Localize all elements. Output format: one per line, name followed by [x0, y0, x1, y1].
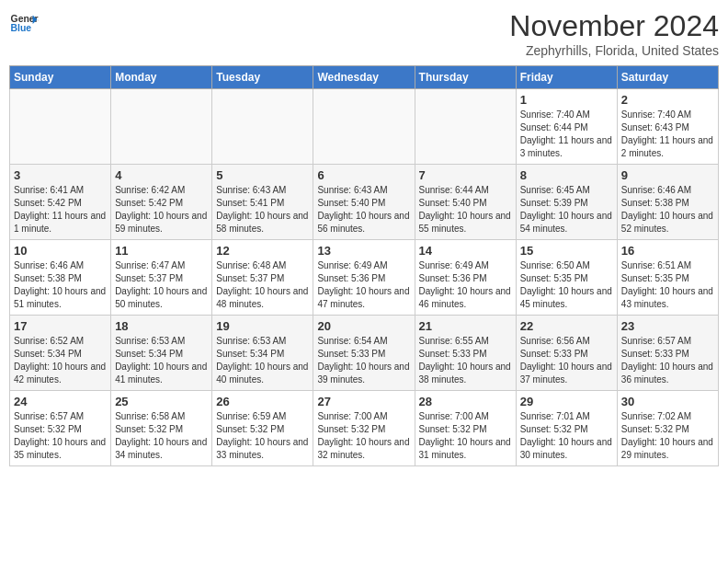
calendar-cell	[212, 89, 313, 165]
calendar-cell: 15Sunrise: 6:50 AM Sunset: 5:35 PM Dayli…	[516, 240, 617, 316]
page-header: General Blue November 2024 Zephyrhills, …	[9, 9, 719, 58]
day-info: Sunrise: 6:43 AM Sunset: 5:40 PM Dayligh…	[317, 184, 410, 236]
day-info: Sunrise: 6:49 AM Sunset: 5:36 PM Dayligh…	[419, 259, 512, 311]
day-info: Sunrise: 6:55 AM Sunset: 5:33 PM Dayligh…	[419, 335, 512, 386]
day-info: Sunrise: 6:54 AM Sunset: 5:33 PM Dayligh…	[317, 335, 410, 386]
day-number: 26	[216, 395, 309, 408]
day-number: 8	[520, 168, 613, 182]
calendar-cell: 14Sunrise: 6:49 AM Sunset: 5:36 PM Dayli…	[415, 240, 516, 316]
day-info: Sunrise: 7:02 AM Sunset: 5:32 PM Dayligh…	[621, 410, 714, 462]
calendar-cell: 19Sunrise: 6:53 AM Sunset: 5:34 PM Dayli…	[212, 316, 313, 391]
day-info: Sunrise: 6:56 AM Sunset: 5:33 PM Dayligh…	[520, 335, 613, 386]
calendar-cell: 7Sunrise: 6:44 AM Sunset: 5:40 PM Daylig…	[415, 165, 516, 240]
day-info: Sunrise: 6:53 AM Sunset: 5:34 PM Dayligh…	[216, 335, 309, 386]
day-number: 13	[317, 244, 410, 258]
day-of-week-header: Saturday	[617, 66, 718, 89]
calendar-cell: 26Sunrise: 6:59 AM Sunset: 5:32 PM Dayli…	[212, 391, 313, 466]
calendar-cell: 13Sunrise: 6:49 AM Sunset: 5:36 PM Dayli…	[313, 240, 415, 316]
calendar-cell: 29Sunrise: 7:01 AM Sunset: 5:32 PM Dayli…	[516, 391, 617, 466]
calendar-cell: 21Sunrise: 6:55 AM Sunset: 5:33 PM Dayli…	[415, 316, 516, 391]
day-number: 4	[115, 168, 208, 182]
day-info: Sunrise: 6:46 AM Sunset: 5:38 PM Dayligh…	[14, 259, 107, 311]
calendar-cell: 27Sunrise: 7:00 AM Sunset: 5:32 PM Dayli…	[313, 391, 415, 466]
day-number: 2	[621, 93, 714, 107]
calendar-week-row: 1Sunrise: 7:40 AM Sunset: 6:44 PM Daylig…	[10, 89, 719, 165]
calendar-week-row: 10Sunrise: 6:46 AM Sunset: 5:38 PM Dayli…	[10, 240, 719, 316]
day-number: 30	[621, 395, 714, 408]
calendar-cell: 22Sunrise: 6:56 AM Sunset: 5:33 PM Dayli…	[516, 316, 617, 391]
day-number: 29	[520, 395, 613, 408]
day-info: Sunrise: 6:59 AM Sunset: 5:32 PM Dayligh…	[216, 410, 309, 462]
calendar-cell: 1Sunrise: 7:40 AM Sunset: 6:44 PM Daylig…	[516, 89, 617, 165]
calendar-cell	[313, 89, 415, 165]
day-of-week-header: Wednesday	[313, 66, 415, 89]
day-info: Sunrise: 6:52 AM Sunset: 5:34 PM Dayligh…	[14, 335, 107, 386]
day-number: 28	[419, 395, 512, 408]
calendar-cell	[111, 89, 212, 165]
calendar-week-row: 3Sunrise: 6:41 AM Sunset: 5:42 PM Daylig…	[10, 165, 719, 240]
day-info: Sunrise: 6:44 AM Sunset: 5:40 PM Dayligh…	[419, 184, 512, 236]
day-number: 24	[14, 395, 107, 408]
day-info: Sunrise: 6:49 AM Sunset: 5:36 PM Dayligh…	[317, 259, 410, 311]
day-info: Sunrise: 7:01 AM Sunset: 5:32 PM Dayligh…	[520, 410, 613, 462]
day-info: Sunrise: 6:57 AM Sunset: 5:33 PM Dayligh…	[621, 335, 714, 386]
day-info: Sunrise: 7:40 AM Sunset: 6:43 PM Dayligh…	[621, 109, 714, 160]
day-number: 15	[520, 244, 613, 258]
day-of-week-header: Monday	[111, 66, 212, 89]
svg-text:Blue: Blue	[11, 23, 32, 33]
day-number: 14	[419, 244, 512, 258]
calendar-cell: 2Sunrise: 7:40 AM Sunset: 6:43 PM Daylig…	[617, 89, 718, 165]
day-number: 7	[419, 168, 512, 182]
day-info: Sunrise: 6:42 AM Sunset: 5:42 PM Dayligh…	[115, 184, 208, 236]
calendar-week-row: 24Sunrise: 6:57 AM Sunset: 5:32 PM Dayli…	[10, 391, 719, 466]
location: Zephyrhills, Florida, United States	[509, 43, 719, 58]
calendar-cell: 18Sunrise: 6:53 AM Sunset: 5:34 PM Dayli…	[111, 316, 212, 391]
calendar-cell: 25Sunrise: 6:58 AM Sunset: 5:32 PM Dayli…	[111, 391, 212, 466]
day-number: 21	[419, 319, 512, 333]
day-info: Sunrise: 6:48 AM Sunset: 5:37 PM Dayligh…	[216, 259, 309, 311]
day-number: 12	[216, 244, 309, 258]
calendar-cell: 20Sunrise: 6:54 AM Sunset: 5:33 PM Dayli…	[313, 316, 415, 391]
calendar-cell: 4Sunrise: 6:42 AM Sunset: 5:42 PM Daylig…	[111, 165, 212, 240]
calendar-cell: 23Sunrise: 6:57 AM Sunset: 5:33 PM Dayli…	[617, 316, 718, 391]
logo: General Blue	[9, 9, 39, 39]
calendar-cell	[415, 89, 516, 165]
day-info: Sunrise: 6:46 AM Sunset: 5:38 PM Dayligh…	[621, 184, 714, 236]
calendar-cell	[10, 89, 111, 165]
calendar-cell: 10Sunrise: 6:46 AM Sunset: 5:38 PM Dayli…	[10, 240, 111, 316]
calendar-cell: 9Sunrise: 6:46 AM Sunset: 5:38 PM Daylig…	[617, 165, 718, 240]
day-number: 16	[621, 244, 714, 258]
day-info: Sunrise: 6:51 AM Sunset: 5:35 PM Dayligh…	[621, 259, 714, 311]
day-number: 1	[520, 93, 613, 107]
day-info: Sunrise: 6:57 AM Sunset: 5:32 PM Dayligh…	[14, 410, 107, 462]
calendar-cell: 11Sunrise: 6:47 AM Sunset: 5:37 PM Dayli…	[111, 240, 212, 316]
day-of-week-header: Thursday	[415, 66, 516, 89]
day-info: Sunrise: 7:00 AM Sunset: 5:32 PM Dayligh…	[419, 410, 512, 462]
calendar-cell: 30Sunrise: 7:02 AM Sunset: 5:32 PM Dayli…	[617, 391, 718, 466]
day-number: 18	[115, 319, 208, 333]
day-number: 3	[14, 168, 107, 182]
day-number: 11	[115, 244, 208, 258]
day-number: 10	[14, 244, 107, 258]
calendar-cell: 17Sunrise: 6:52 AM Sunset: 5:34 PM Dayli…	[10, 316, 111, 391]
day-info: Sunrise: 6:53 AM Sunset: 5:34 PM Dayligh…	[115, 335, 208, 386]
day-number: 5	[216, 168, 309, 182]
calendar-cell: 5Sunrise: 6:43 AM Sunset: 5:41 PM Daylig…	[212, 165, 313, 240]
calendar-cell: 24Sunrise: 6:57 AM Sunset: 5:32 PM Dayli…	[10, 391, 111, 466]
calendar-week-row: 17Sunrise: 6:52 AM Sunset: 5:34 PM Dayli…	[10, 316, 719, 391]
day-of-week-header: Friday	[516, 66, 617, 89]
day-number: 25	[115, 395, 208, 408]
calendar-cell: 6Sunrise: 6:43 AM Sunset: 5:40 PM Daylig…	[313, 165, 415, 240]
day-number: 23	[621, 319, 714, 333]
title-block: November 2024 Zephyrhills, Florida, Unit…	[509, 9, 719, 58]
calendar-table: SundayMondayTuesdayWednesdayThursdayFrid…	[9, 65, 719, 466]
month-title: November 2024	[509, 9, 719, 43]
day-info: Sunrise: 6:45 AM Sunset: 5:39 PM Dayligh…	[520, 184, 613, 236]
day-info: Sunrise: 6:41 AM Sunset: 5:42 PM Dayligh…	[14, 184, 107, 236]
day-number: 19	[216, 319, 309, 333]
day-number: 27	[317, 395, 410, 408]
day-number: 17	[14, 319, 107, 333]
day-of-week-header: Tuesday	[212, 66, 313, 89]
day-number: 6	[317, 168, 410, 182]
day-info: Sunrise: 6:43 AM Sunset: 5:41 PM Dayligh…	[216, 184, 309, 236]
